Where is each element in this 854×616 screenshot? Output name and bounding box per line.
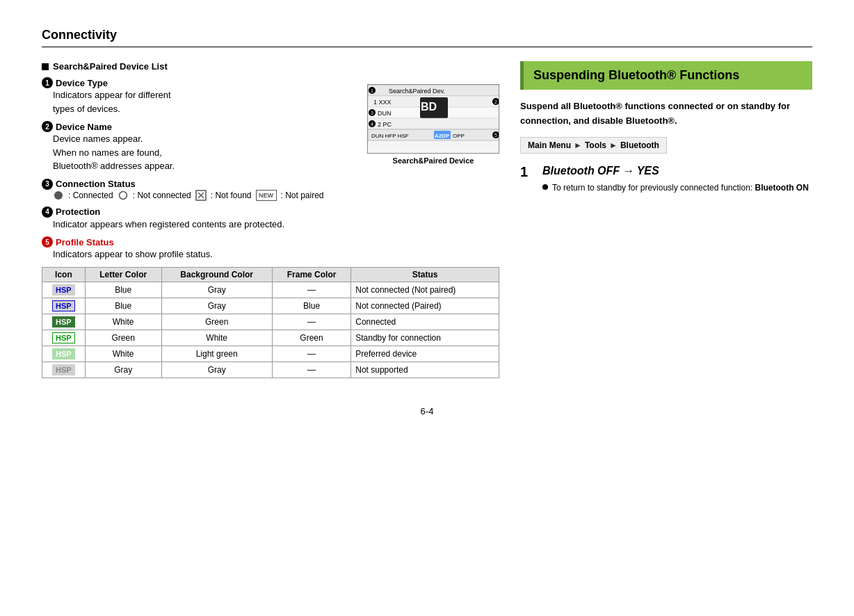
section-header: Search&Paired Device List: [42, 61, 499, 72]
svg-text:1: 1: [371, 88, 373, 93]
table-cell-frame-color: —: [272, 346, 351, 362]
table-row: HSPBlueGrayBlueNot connected (Paired): [42, 298, 499, 314]
svg-text:4: 4: [371, 122, 373, 127]
table-cell-bg-color: White: [161, 330, 272, 346]
item-protection: 4 Protection Indicator appears when regi…: [42, 206, 499, 232]
table-cell-letter-color: Green: [85, 330, 161, 346]
table-cell-icon: HSP: [42, 314, 86, 330]
profile-status-line1: Indicators appear to show profile status…: [53, 249, 213, 259]
table-row: HSPBlueGray—Not connected (Not paired): [42, 282, 499, 298]
device-name-line3: Bluetooth® addresses appear.: [53, 161, 175, 171]
table-cell-bg-color: Gray: [161, 282, 272, 298]
table-cell-icon: HSP: [42, 362, 86, 378]
num-circle-5: 5: [42, 236, 53, 248]
not-paired-label: : Not paired: [281, 191, 324, 200]
table-cell-status: Not connected (Not paired): [351, 282, 499, 298]
table-cell-icon: HSP: [42, 330, 86, 346]
page-title: Connectivity: [42, 28, 812, 47]
table-cell-letter-color: Gray: [85, 362, 161, 378]
table-cell-letter-color: Blue: [85, 282, 161, 298]
item-profile-status: 5 Profile Status Indicators appear to sh…: [42, 236, 499, 261]
svg-text:Search&Paired Dev.: Search&Paired Dev.: [389, 88, 445, 95]
arrow-icon-2: ►: [609, 140, 618, 150]
table-cell-icon: HSP: [42, 346, 86, 362]
svg-text:3: 3: [371, 111, 373, 115]
profile-table: Icon Letter Color Background Color Frame…: [42, 267, 499, 378]
connection-status-icons: : Connected : Not connected : Not found …: [53, 190, 499, 201]
table-cell-bg-color: Light green: [161, 346, 272, 362]
section-title: Search&Paired Device List: [53, 61, 168, 72]
diagram-caption: Search&Paired Device: [393, 156, 474, 165]
svg-text:DUN HFP HSF: DUN HFP HSF: [371, 133, 409, 139]
table-header-letter-color: Letter Color: [85, 267, 161, 282]
device-name-line2: When no names are found,: [53, 147, 162, 158]
num-circle-4: 4: [42, 206, 53, 218]
not-paired-icon: NEW: [256, 190, 277, 201]
menu-path: Main Menu ► Tools ► Bluetooth: [520, 137, 667, 154]
table-cell-frame-color: —: [272, 314, 351, 330]
device-diagram: Search&Paired Dev. 1 1 XXX 2 3 DUN: [367, 84, 499, 154]
not-connected-label: : Not connected: [133, 191, 191, 200]
right-column: Suspending Bluetooth® Functions Suspend …: [520, 61, 812, 378]
step-1-content: Bluetooth OFF → YES To return to standby…: [542, 165, 812, 194]
svg-text:5: 5: [494, 133, 497, 138]
table-header-bg-color: Background Color: [161, 267, 272, 282]
svg-text:OPP: OPP: [453, 133, 465, 139]
table-header-frame-color: Frame Color: [272, 267, 351, 282]
table-row: HSPGreenWhiteGreenStandby for connection: [42, 330, 499, 346]
step-1-row: 1 Bluetooth OFF → YES To return to stand…: [520, 165, 812, 194]
not-found-icon: [195, 190, 207, 201]
connected-label: : Connected: [68, 191, 113, 200]
main-layout: Search&Paired Device List Search&Paired …: [42, 61, 812, 378]
diagram-area: Search&Paired Dev. 1 1 XXX 2 3 DUN: [367, 84, 499, 165]
menu-path-main: Main Menu: [528, 140, 571, 150]
svg-text:BD: BD: [421, 101, 437, 113]
page-number: 6-4: [42, 406, 812, 416]
step-1-sub: To return to standby for previously conn…: [542, 181, 812, 194]
svg-text:2: 2: [494, 99, 497, 104]
item-content-protection: Indicator appears when registered conten…: [53, 218, 499, 232]
arrow-icon-1: ►: [574, 140, 582, 150]
table-header-icon: Icon: [42, 267, 86, 282]
table-cell-icon: HSP: [42, 282, 86, 298]
table-cell-icon: HSP: [42, 298, 86, 314]
item-content-profile-status: Indicators appear to show profile status…: [53, 248, 499, 261]
not-found-label: : Not found: [211, 191, 252, 200]
menu-path-tools: Tools: [585, 140, 606, 150]
table-cell-frame-color: —: [272, 282, 351, 298]
num-circle-1: 1: [42, 77, 53, 88]
device-type-line1: Indicators appear for different: [53, 90, 171, 100]
protection-line1: Indicator appears when registered conten…: [53, 219, 284, 229]
table-cell-bg-color: Gray: [161, 298, 272, 314]
suspend-description: Suspend all Bluetooth® functions connect…: [520, 99, 812, 129]
svg-text:DUN: DUN: [378, 110, 392, 117]
svg-text:1  XXX: 1 XXX: [373, 99, 392, 106]
device-type-line2: types of devices.: [53, 104, 120, 114]
bullet-icon: [542, 184, 548, 190]
table-cell-status: Standby for connection: [351, 330, 499, 346]
menu-path-bluetooth: Bluetooth: [620, 140, 659, 150]
svg-text:A2DP: A2DP: [435, 133, 450, 139]
item-title-protection: Protection: [56, 206, 100, 217]
table-row: HSPWhiteGreen—Connected: [42, 314, 499, 330]
table-cell-status: Not supported: [351, 362, 499, 378]
table-cell-bg-color: Gray: [161, 362, 272, 378]
item-title-device-name: Device Name: [56, 122, 112, 132]
step-1-action: Bluetooth OFF → YES: [542, 165, 812, 177]
item-title-profile-status: Profile Status: [56, 237, 114, 248]
item-connection-status: 3 Connection Status : Connected : Not co…: [42, 179, 499, 201]
left-column: Search&Paired Device List Search&Paired …: [42, 61, 499, 378]
table-header-status: Status: [351, 267, 499, 282]
table-cell-frame-color: —: [272, 362, 351, 378]
num-circle-3: 3: [42, 179, 53, 190]
svg-text:2   PC: 2 PC: [378, 121, 392, 128]
item-title-connection-status: Connection Status: [56, 179, 136, 189]
table-cell-status: Connected: [351, 314, 499, 330]
black-square-icon: [42, 63, 49, 70]
table-cell-frame-color: Blue: [272, 298, 351, 314]
svg-point-26: [119, 191, 127, 199]
table-cell-status: Not connected (Paired): [351, 298, 499, 314]
item-title-device-type: Device Type: [56, 78, 108, 88]
not-connected-icon: [118, 190, 129, 201]
table-row: HSPWhiteLight green—Preferred device: [42, 346, 499, 362]
